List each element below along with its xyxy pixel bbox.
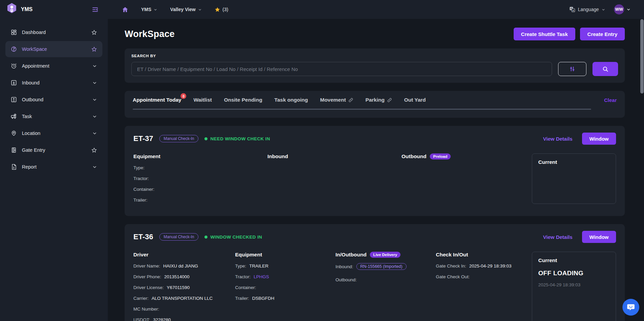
page-scrollbar-thumb[interactable] xyxy=(640,19,644,94)
field-label: Inbound: xyxy=(335,264,353,269)
view-details-link[interactable]: View Details xyxy=(543,136,572,142)
section-title-text: In/Outbound xyxy=(335,252,366,258)
entry-id: ET-36 xyxy=(133,233,153,241)
field-label: Trailer: xyxy=(133,198,148,203)
sidebar-item-gate-entry[interactable]: Gate Entry xyxy=(5,142,102,158)
chat-bubble-icon xyxy=(626,303,635,312)
field-label: Type: xyxy=(133,165,144,170)
card-actions: View Details Window xyxy=(543,231,616,243)
star-outline-icon[interactable] xyxy=(91,147,97,153)
field-label: Container: xyxy=(235,285,256,290)
tab-appointment-today[interactable]: Appointment Today 0 xyxy=(133,97,181,103)
card-actions: View Details Window xyxy=(543,133,616,145)
outbound-icon xyxy=(11,97,17,103)
outbound-section: Outbound Preload xyxy=(401,153,532,208)
create-shuttle-task-button[interactable]: Create Shuttle Task xyxy=(514,28,575,40)
brand-name: YMS xyxy=(21,6,33,12)
tractor-link[interactable]: LPHGS xyxy=(254,274,269,279)
tab-label: Movement xyxy=(320,97,346,103)
field-label: Gate Check Out: xyxy=(436,274,470,279)
site-select[interactable]: Valley View xyxy=(170,7,201,12)
star-outline-icon[interactable] xyxy=(91,30,97,35)
search-icon xyxy=(602,66,609,72)
sidebar-item-label: WorkSpace xyxy=(22,46,86,52)
language-select[interactable]: GA Language xyxy=(569,6,605,12)
sidebar-item-label: Inbound xyxy=(22,80,87,85)
link-icon xyxy=(348,98,353,103)
field-label: Carrier: xyxy=(133,296,149,301)
page-actions: Create Shuttle Task Create Entry xyxy=(514,28,625,40)
equipment-section: Equipment Type: Tractor: Container: Trai… xyxy=(133,153,267,208)
chevron-down-icon xyxy=(92,165,97,169)
equipment-section: Equipment Type:TRAILER Tractor:LPHGS Con… xyxy=(235,252,335,321)
home-icon[interactable] xyxy=(122,6,128,13)
search-row xyxy=(131,62,618,76)
sidebar-item-report[interactable]: Report xyxy=(5,159,102,175)
field-value: 2025-04-29 18:39:03 xyxy=(469,263,511,269)
link-icon xyxy=(387,98,392,103)
field-value: ALO TRANSPORTATION LLC xyxy=(152,296,213,301)
topbar-nav: YMS Valley View (3) xyxy=(122,6,228,13)
inbound-receipt-pill[interactable]: RN-155665 (Imported) xyxy=(356,263,407,270)
status-badge: NEED WINDOW CHECK IN xyxy=(204,136,270,141)
field-label: Trailer: xyxy=(235,296,249,301)
create-entry-button[interactable]: Create Entry xyxy=(580,28,625,40)
sidebar-item-dashboard[interactable]: Dashboard xyxy=(5,24,102,40)
window-button[interactable]: Window xyxy=(582,133,616,145)
chat-support-button[interactable] xyxy=(622,299,639,316)
favorites-indicator[interactable]: (3) xyxy=(215,7,228,12)
location-pin-icon xyxy=(11,130,17,136)
sidebar-item-label: Appointment xyxy=(22,63,87,69)
window-button[interactable]: Window xyxy=(582,231,616,243)
current-status-box: Current xyxy=(532,153,616,204)
brand: YMS xyxy=(6,3,33,16)
appointment-count-badge: 0 xyxy=(181,93,186,99)
app-select[interactable]: YMS xyxy=(141,7,157,12)
star-icon xyxy=(215,7,220,12)
tab-parking[interactable]: Parking xyxy=(365,97,392,103)
section-title-text: Outbound xyxy=(401,153,426,159)
sidebar-collapse-icon[interactable] xyxy=(92,6,98,13)
status-dot-icon xyxy=(204,137,207,140)
tab-waitlist[interactable]: Waitlist xyxy=(193,97,212,103)
chevron-down-icon xyxy=(198,8,202,11)
star-outline-icon[interactable] xyxy=(91,46,97,52)
sidebar-item-location[interactable]: Location xyxy=(5,125,102,141)
field-value: 3228280 xyxy=(153,317,171,321)
workspace-icon xyxy=(11,46,17,52)
tab-onsite-pending[interactable]: Onsite Pending xyxy=(224,97,262,103)
favorites-count: (3) xyxy=(223,7,228,12)
search-input[interactable] xyxy=(131,62,552,76)
clear-filters-link[interactable]: Clear xyxy=(604,97,617,103)
tab-task-ongoing[interactable]: Task ongoing xyxy=(275,97,308,103)
section-title: Equipment xyxy=(235,252,335,258)
yms-logo-icon xyxy=(6,3,18,16)
view-details-link[interactable]: View Details xyxy=(543,234,572,240)
field-label: Tractor: xyxy=(133,176,149,181)
sidebar: Dashboard WorkSpace Appointment Inbound … xyxy=(0,19,108,321)
card-body: Driver Driver Name:HAIXU dd JIANG Driver… xyxy=(133,252,616,321)
tabs-scroll-track xyxy=(133,109,591,110)
chevron-down-icon xyxy=(92,97,97,102)
sidebar-item-workspace[interactable]: WorkSpace xyxy=(5,41,102,57)
card-header: ET-36 Manual Check-In WINDOW CHECKED IN … xyxy=(133,231,616,243)
section-title: Current xyxy=(538,159,610,165)
search-by-label: SEARCH BY xyxy=(131,54,618,58)
search-button[interactable] xyxy=(592,62,618,76)
sidebar-item-inbound[interactable]: Inbound xyxy=(5,75,102,91)
section-title: Driver xyxy=(133,252,235,258)
section-title: Outbound Preload xyxy=(401,153,532,159)
checkin-mode-badge: Manual Check-In xyxy=(159,135,199,142)
sidebar-item-label: Outbound xyxy=(22,97,87,102)
user-menu[interactable]: WW xyxy=(614,4,631,14)
sidebar-item-appointment[interactable]: Appointment xyxy=(5,58,102,74)
field-label: Type: xyxy=(235,263,246,269)
tab-movement[interactable]: Movement xyxy=(320,97,353,103)
sidebar-item-task[interactable]: Task xyxy=(5,108,102,124)
filter-button[interactable] xyxy=(558,62,586,76)
field-label: Container: xyxy=(133,187,154,192)
sidebar-item-outbound[interactable]: Outbound xyxy=(5,92,102,108)
card-header: ET-37 Manual Check-In NEED WINDOW CHECK … xyxy=(133,133,616,145)
tab-out-yard[interactable]: Out Yard xyxy=(404,97,426,103)
topbar: YMS YMS Valley View (3) GA Language WW xyxy=(0,0,644,19)
